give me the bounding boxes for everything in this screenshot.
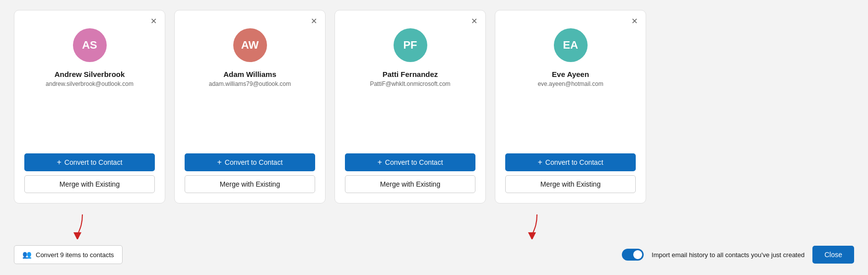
arrow-left (73, 213, 91, 241)
close-card-patti[interactable]: ✕ (471, 17, 477, 25)
right-bar: Import email history to all contacts you… (622, 246, 854, 264)
import-label: Import email history to all contacts you… (652, 251, 804, 259)
contact-email-eve: eve.ayeen@hotmail.com (537, 80, 603, 87)
plus-icon-eve: + (537, 158, 542, 166)
plus-icon-adam: + (217, 158, 221, 166)
close-button[interactable]: Close (812, 246, 854, 264)
merge-button-andrew[interactable]: Merge with Existing (24, 175, 155, 193)
arrow-right (528, 213, 546, 241)
convert-label-patti: Convert to Contact (385, 158, 443, 166)
convert-button-andrew[interactable]: + Convert to Contact (24, 153, 155, 171)
toggle-track[interactable] (622, 249, 644, 261)
card-patti: ✕ PF Patti Fernandez PattiF@whklt.onmicr… (334, 10, 486, 204)
plus-icon-andrew: + (57, 158, 61, 166)
avatar-patti: PF (394, 28, 427, 62)
bottom-bar: 👥 Convert 9 items to contacts Import ema… (14, 245, 854, 264)
convert-label-andrew: Convert to Contact (65, 158, 123, 166)
close-card-adam[interactable]: ✕ (311, 17, 317, 25)
merge-button-eve[interactable]: Merge with Existing (505, 175, 636, 193)
card-buttons-adam: + Convert to Contact Merge with Existing (185, 153, 315, 193)
card-buttons-patti: + Convert to Contact Merge with Existing (345, 153, 475, 193)
contact-name-eve: Eve Ayeen (552, 70, 589, 78)
convert-all-button[interactable]: 👥 Convert 9 items to contacts (14, 245, 123, 264)
card-adam: ✕ AW Adam Williams adam.williams79@outlo… (174, 10, 326, 204)
convert-button-adam[interactable]: + Convert to Contact (185, 153, 315, 171)
cards-area: ✕ AS Andrew Silverbrook andrew.silverbro… (0, 0, 868, 204)
avatar-andrew: AS (73, 28, 107, 62)
card-buttons-andrew: + Convert to Contact Merge with Existing (24, 153, 155, 193)
convert-all-label: Convert 9 items to contacts (36, 251, 114, 259)
contact-email-patti: PattiF@whklt.onmicrosoft.com (370, 80, 450, 87)
contact-email-adam: adam.williams79@outlook.com (209, 80, 291, 87)
contact-name-patti: Patti Fernandez (383, 70, 438, 78)
avatar-adam: AW (233, 28, 267, 62)
convert-button-eve[interactable]: + Convert to Contact (505, 153, 636, 171)
card-andrew: ✕ AS Andrew Silverbrook andrew.silverbro… (14, 10, 165, 204)
contact-name-andrew: Andrew Silverbrook (55, 70, 125, 78)
contact-icon: 👥 (22, 250, 32, 259)
card-eve: ✕ EA Eve Ayeen eve.ayeen@hotmail.com + C… (495, 10, 646, 204)
avatar-eve: EA (554, 28, 588, 62)
convert-button-patti[interactable]: + Convert to Contact (345, 153, 475, 171)
close-card-andrew[interactable]: ✕ (150, 17, 157, 25)
import-toggle[interactable] (622, 249, 644, 261)
toggle-thumb (633, 250, 642, 259)
contact-name-adam: Adam Williams (223, 70, 276, 78)
convert-label-adam: Convert to Contact (225, 158, 283, 166)
contact-email-andrew: andrew.silverbrook@outlook.com (46, 80, 134, 87)
card-buttons-eve: + Convert to Contact Merge with Existing (505, 153, 636, 193)
convert-label-eve: Convert to Contact (545, 158, 603, 166)
merge-button-patti[interactable]: Merge with Existing (345, 175, 475, 193)
plus-icon-patti: + (377, 158, 382, 166)
merge-button-adam[interactable]: Merge with Existing (185, 175, 315, 193)
close-card-eve[interactable]: ✕ (631, 17, 638, 25)
